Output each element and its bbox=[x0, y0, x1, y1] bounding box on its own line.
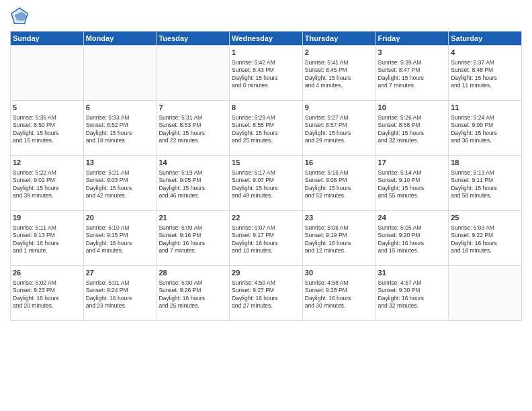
calendar-cell: 21Sunrise: 5:09 AM Sunset: 9:16 PM Dayli… bbox=[157, 211, 230, 266]
day-number: 24 bbox=[378, 213, 447, 223]
day-info: Sunrise: 5:26 AM Sunset: 8:58 PM Dayligh… bbox=[378, 114, 447, 145]
weekday-header-thursday: Thursday bbox=[302, 32, 375, 46]
calendar-cell: 23Sunrise: 5:06 AM Sunset: 9:19 PM Dayli… bbox=[302, 211, 375, 266]
calendar-cell: 17Sunrise: 5:14 AM Sunset: 9:10 PM Dayli… bbox=[375, 156, 449, 211]
calendar-cell: 20Sunrise: 5:10 AM Sunset: 9:15 PM Dayli… bbox=[83, 211, 157, 266]
calendar-cell bbox=[449, 266, 522, 321]
logo-icon bbox=[10, 7, 29, 26]
calendar-cell: 26Sunrise: 5:02 AM Sunset: 9:23 PM Dayli… bbox=[11, 266, 84, 321]
day-info: Sunrise: 5:10 AM Sunset: 9:15 PM Dayligh… bbox=[86, 224, 154, 255]
day-number: 1 bbox=[232, 48, 300, 58]
day-number: 31 bbox=[378, 268, 447, 278]
day-info: Sunrise: 5:19 AM Sunset: 9:05 PM Dayligh… bbox=[159, 169, 227, 200]
calendar-cell: 3Sunrise: 5:39 AM Sunset: 8:47 PM Daylig… bbox=[375, 46, 449, 101]
day-info: Sunrise: 5:11 AM Sunset: 9:13 PM Dayligh… bbox=[13, 224, 81, 255]
calendar-cell: 7Sunrise: 5:31 AM Sunset: 8:53 PM Daylig… bbox=[157, 101, 230, 156]
calendar-cell bbox=[157, 46, 230, 101]
day-number: 20 bbox=[86, 213, 154, 223]
calendar-table: SundayMondayTuesdayWednesdayThursdayFrid… bbox=[10, 31, 522, 321]
day-number: 22 bbox=[232, 213, 300, 223]
logo bbox=[10, 7, 32, 26]
day-number: 9 bbox=[305, 103, 373, 113]
page: SundayMondayTuesdayWednesdayThursdayFrid… bbox=[0, 0, 532, 411]
weekday-header-wednesday: Wednesday bbox=[230, 32, 303, 46]
day-number: 17 bbox=[378, 158, 447, 168]
calendar-cell: 2Sunrise: 5:41 AM Sunset: 8:45 PM Daylig… bbox=[302, 46, 375, 101]
calendar-cell: 27Sunrise: 5:01 AM Sunset: 9:24 PM Dayli… bbox=[83, 266, 157, 321]
day-number: 26 bbox=[13, 268, 81, 278]
calendar-cell: 25Sunrise: 5:03 AM Sunset: 9:22 PM Dayli… bbox=[449, 211, 522, 266]
day-info: Sunrise: 5:05 AM Sunset: 9:20 PM Dayligh… bbox=[378, 224, 447, 255]
calendar-cell: 30Sunrise: 4:58 AM Sunset: 9:28 PM Dayli… bbox=[302, 266, 375, 321]
calendar-cell: 16Sunrise: 5:16 AM Sunset: 9:08 PM Dayli… bbox=[302, 156, 375, 211]
day-info: Sunrise: 5:22 AM Sunset: 9:02 PM Dayligh… bbox=[13, 169, 81, 200]
day-info: Sunrise: 5:17 AM Sunset: 9:07 PM Dayligh… bbox=[232, 169, 300, 200]
day-info: Sunrise: 5:14 AM Sunset: 9:10 PM Dayligh… bbox=[378, 169, 447, 200]
day-info: Sunrise: 5:33 AM Sunset: 8:52 PM Dayligh… bbox=[86, 114, 154, 145]
day-info: Sunrise: 5:35 AM Sunset: 8:50 PM Dayligh… bbox=[13, 114, 81, 145]
day-info: Sunrise: 5:02 AM Sunset: 9:23 PM Dayligh… bbox=[13, 279, 81, 310]
day-info: Sunrise: 5:01 AM Sunset: 9:24 PM Dayligh… bbox=[86, 279, 154, 310]
day-info: Sunrise: 5:27 AM Sunset: 8:57 PM Dayligh… bbox=[305, 114, 373, 145]
day-info: Sunrise: 5:00 AM Sunset: 9:26 PM Dayligh… bbox=[159, 279, 227, 310]
day-number: 21 bbox=[159, 213, 227, 223]
day-info: Sunrise: 5:37 AM Sunset: 8:48 PM Dayligh… bbox=[451, 59, 519, 90]
header bbox=[10, 7, 522, 26]
day-info: Sunrise: 5:09 AM Sunset: 9:16 PM Dayligh… bbox=[159, 224, 227, 255]
calendar-cell: 1Sunrise: 5:42 AM Sunset: 8:43 PM Daylig… bbox=[230, 46, 303, 101]
calendar-cell: 28Sunrise: 5:00 AM Sunset: 9:26 PM Dayli… bbox=[157, 266, 230, 321]
calendar-cell: 6Sunrise: 5:33 AM Sunset: 8:52 PM Daylig… bbox=[83, 101, 157, 156]
day-info: Sunrise: 5:06 AM Sunset: 9:19 PM Dayligh… bbox=[305, 224, 373, 255]
calendar-week-row: 19Sunrise: 5:11 AM Sunset: 9:13 PM Dayli… bbox=[11, 211, 522, 266]
day-info: Sunrise: 4:59 AM Sunset: 9:27 PM Dayligh… bbox=[232, 279, 300, 310]
day-number: 23 bbox=[305, 213, 373, 223]
calendar-cell: 13Sunrise: 5:21 AM Sunset: 9:03 PM Dayli… bbox=[83, 156, 157, 211]
day-info: Sunrise: 5:42 AM Sunset: 8:43 PM Dayligh… bbox=[232, 59, 300, 90]
day-info: Sunrise: 5:41 AM Sunset: 8:45 PM Dayligh… bbox=[305, 59, 373, 90]
day-number: 7 bbox=[159, 103, 227, 113]
day-info: Sunrise: 5:39 AM Sunset: 8:47 PM Dayligh… bbox=[378, 59, 447, 90]
day-info: Sunrise: 5:03 AM Sunset: 9:22 PM Dayligh… bbox=[451, 224, 519, 255]
day-number: 3 bbox=[378, 48, 447, 58]
weekday-header-tuesday: Tuesday bbox=[157, 32, 230, 46]
calendar-cell: 10Sunrise: 5:26 AM Sunset: 8:58 PM Dayli… bbox=[375, 101, 449, 156]
calendar-week-row: 5Sunrise: 5:35 AM Sunset: 8:50 PM Daylig… bbox=[11, 101, 522, 156]
calendar-week-row: 1Sunrise: 5:42 AM Sunset: 8:43 PM Daylig… bbox=[11, 46, 522, 101]
calendar-cell: 19Sunrise: 5:11 AM Sunset: 9:13 PM Dayli… bbox=[11, 211, 84, 266]
calendar-cell: 4Sunrise: 5:37 AM Sunset: 8:48 PM Daylig… bbox=[449, 46, 522, 101]
day-number: 16 bbox=[305, 158, 373, 168]
weekday-header-friday: Friday bbox=[375, 32, 449, 46]
calendar-cell: 5Sunrise: 5:35 AM Sunset: 8:50 PM Daylig… bbox=[11, 101, 84, 156]
day-number: 25 bbox=[451, 213, 519, 223]
day-number: 10 bbox=[378, 103, 447, 113]
day-number: 2 bbox=[305, 48, 373, 58]
weekday-header-saturday: Saturday bbox=[449, 32, 522, 46]
day-info: Sunrise: 5:07 AM Sunset: 9:17 PM Dayligh… bbox=[232, 224, 300, 255]
calendar-cell: 8Sunrise: 5:29 AM Sunset: 8:55 PM Daylig… bbox=[230, 101, 303, 156]
calendar-cell: 11Sunrise: 5:24 AM Sunset: 9:00 PM Dayli… bbox=[449, 101, 522, 156]
day-number: 27 bbox=[86, 268, 154, 278]
day-number: 29 bbox=[232, 268, 300, 278]
calendar-week-row: 26Sunrise: 5:02 AM Sunset: 9:23 PM Dayli… bbox=[11, 266, 522, 321]
day-number: 8 bbox=[232, 103, 300, 113]
day-info: Sunrise: 5:13 AM Sunset: 9:11 PM Dayligh… bbox=[451, 169, 519, 200]
calendar-cell bbox=[83, 46, 157, 101]
calendar-cell: 15Sunrise: 5:17 AM Sunset: 9:07 PM Dayli… bbox=[230, 156, 303, 211]
calendar-cell: 14Sunrise: 5:19 AM Sunset: 9:05 PM Dayli… bbox=[157, 156, 230, 211]
day-info: Sunrise: 5:31 AM Sunset: 8:53 PM Dayligh… bbox=[159, 114, 227, 145]
day-number: 12 bbox=[13, 158, 81, 168]
calendar-cell: 29Sunrise: 4:59 AM Sunset: 9:27 PM Dayli… bbox=[230, 266, 303, 321]
day-number: 4 bbox=[451, 48, 519, 58]
day-number: 5 bbox=[13, 103, 81, 113]
calendar-cell: 24Sunrise: 5:05 AM Sunset: 9:20 PM Dayli… bbox=[375, 211, 449, 266]
day-info: Sunrise: 5:29 AM Sunset: 8:55 PM Dayligh… bbox=[232, 114, 300, 145]
day-number: 28 bbox=[159, 268, 227, 278]
day-info: Sunrise: 5:24 AM Sunset: 9:00 PM Dayligh… bbox=[451, 114, 519, 145]
day-info: Sunrise: 4:57 AM Sunset: 9:30 PM Dayligh… bbox=[378, 279, 447, 310]
calendar-cell: 12Sunrise: 5:22 AM Sunset: 9:02 PM Dayli… bbox=[11, 156, 84, 211]
weekday-header-row: SundayMondayTuesdayWednesdayThursdayFrid… bbox=[11, 32, 522, 46]
calendar-week-row: 12Sunrise: 5:22 AM Sunset: 9:02 PM Dayli… bbox=[11, 156, 522, 211]
day-number: 19 bbox=[13, 213, 81, 223]
calendar-cell bbox=[11, 46, 84, 101]
day-number: 14 bbox=[159, 158, 227, 168]
